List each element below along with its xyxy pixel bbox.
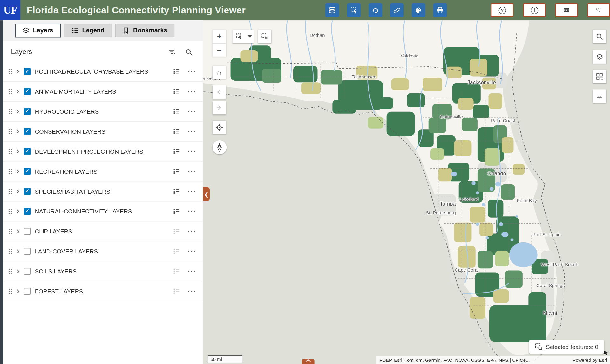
draw-button[interactable] <box>412 3 425 17</box>
previous-extent-button[interactable] <box>213 85 226 99</box>
drag-handle-icon[interactable] <box>9 88 12 94</box>
drag-handle-icon[interactable] <box>9 188 12 194</box>
options-ellipsis-icon[interactable]: ··· <box>188 88 196 95</box>
map-search-button[interactable] <box>593 30 606 43</box>
expand-chevron-icon[interactable] <box>17 69 20 74</box>
expand-chevron-icon[interactable] <box>17 189 20 194</box>
layer-list-button[interactable] <box>593 50 606 64</box>
expand-chevron-icon[interactable] <box>17 249 20 254</box>
expand-chevron-icon[interactable] <box>17 229 20 234</box>
locate-button[interactable] <box>213 121 226 134</box>
layer-label: SPECIES/HABITAT LAYERS <box>35 187 169 195</box>
legend-list-icon[interactable] <box>173 208 180 214</box>
legend-list-icon[interactable] <box>173 128 180 134</box>
options-ellipsis-icon[interactable]: ··· <box>188 228 196 235</box>
drag-handle-icon[interactable] <box>9 108 12 114</box>
drag-handle-icon[interactable] <box>9 128 12 134</box>
search-icon[interactable] <box>186 48 193 55</box>
extent-width-button[interactable]: ↔ <box>593 89 606 103</box>
drag-handle-icon[interactable] <box>9 288 12 294</box>
legend-list-icon[interactable] <box>173 268 180 274</box>
options-ellipsis-icon[interactable]: ··· <box>188 208 196 215</box>
legend-list-icon[interactable] <box>173 108 180 115</box>
layer-label: POLITICAL/REGULATORY/BASE LAYERS <box>35 67 169 76</box>
layer-checkbox[interactable] <box>24 288 30 294</box>
expand-chevron-icon[interactable] <box>17 289 20 294</box>
options-ellipsis-icon[interactable]: ··· <box>188 68 196 75</box>
layer-checkbox[interactable] <box>24 168 30 175</box>
select-tool-button[interactable] <box>347 3 361 17</box>
layer-checkbox[interactable] <box>24 108 30 115</box>
drag-handle-icon[interactable] <box>9 208 12 214</box>
contact-button[interactable]: ✉ <box>555 3 578 17</box>
options-ellipsis-icon[interactable]: ··· <box>188 248 196 255</box>
options-ellipsis-icon[interactable]: ··· <box>188 108 196 115</box>
scale-bar: 50 mi <box>208 355 242 363</box>
legend-list-icon[interactable] <box>173 168 180 174</box>
select-dropdown-button[interactable] <box>246 30 254 43</box>
expand-chevron-icon[interactable] <box>17 209 20 214</box>
home-button[interactable]: ⌂ <box>213 66 226 79</box>
clear-selection-button[interactable] <box>258 30 271 43</box>
legend-list-icon[interactable] <box>173 188 180 194</box>
drag-handle-icon[interactable] <box>9 168 12 174</box>
tab-layers[interactable]: Layers <box>15 24 61 37</box>
sidebar: Layers Legend Bookmarks Layers <box>3 20 203 364</box>
layer-checkbox[interactable] <box>24 268 30 274</box>
legend-list-icon[interactable] <box>173 248 180 254</box>
options-ellipsis-icon[interactable]: ··· <box>188 168 196 175</box>
basemap-gallery-button[interactable] <box>593 70 606 83</box>
help-button[interactable]: ? <box>491 3 514 17</box>
expand-chevron-icon[interactable] <box>17 109 20 114</box>
tab-bookmarks[interactable]: Bookmarks <box>115 24 174 37</box>
about-button[interactable]: i <box>523 3 546 17</box>
layer-checkbox[interactable] <box>24 68 30 75</box>
table-expand-button[interactable] <box>302 359 314 364</box>
expand-chevron-icon[interactable] <box>17 89 20 94</box>
layer-checkbox[interactable] <box>24 188 30 195</box>
layer-checkbox[interactable] <box>24 148 30 155</box>
legend-icon <box>71 27 78 34</box>
zoom-out-button[interactable]: − <box>213 43 226 57</box>
layer-checkbox[interactable] <box>24 88 30 95</box>
expand-chevron-icon[interactable] <box>17 149 20 154</box>
next-extent-button[interactable] <box>213 101 226 114</box>
zoom-in-button[interactable]: + <box>213 30 226 43</box>
measure-button[interactable] <box>390 3 404 17</box>
legend-list-icon[interactable] <box>173 288 180 294</box>
legend-list-icon[interactable] <box>173 228 180 234</box>
tab-legend[interactable]: Legend <box>64 24 112 37</box>
layer-checkbox[interactable] <box>24 228 30 235</box>
layer-label: NATURAL-CONNECTIVITY LAYERS <box>35 207 169 215</box>
options-ellipsis-icon[interactable]: ··· <box>188 128 196 135</box>
layer-checkbox[interactable] <box>24 208 30 215</box>
layer-checkbox[interactable] <box>24 248 30 254</box>
print-button[interactable] <box>433 3 447 17</box>
drag-handle-icon[interactable] <box>9 68 12 74</box>
options-ellipsis-icon[interactable]: ··· <box>188 288 196 295</box>
add-data-button[interactable] <box>325 3 339 17</box>
expand-chevron-icon[interactable] <box>17 269 20 274</box>
legend-list-icon[interactable] <box>173 88 180 95</box>
expand-chevron-icon[interactable] <box>17 169 20 174</box>
options-ellipsis-icon[interactable]: ··· <box>188 188 196 195</box>
processing-button[interactable] <box>369 3 382 17</box>
options-ellipsis-icon[interactable]: ··· <box>188 148 196 155</box>
compass-button[interactable] <box>213 140 227 154</box>
layer-checkbox[interactable] <box>24 128 30 135</box>
selected-features-badge[interactable]: Selected features: 0 <box>529 340 604 354</box>
expand-chevron-icon[interactable] <box>17 129 20 134</box>
map-select-button[interactable] <box>233 30 246 43</box>
legend-list-icon[interactable] <box>173 68 180 75</box>
options-ellipsis-icon[interactable]: ··· <box>188 268 196 275</box>
drag-handle-icon[interactable] <box>9 148 12 154</box>
favorites-button[interactable]: ♡ <box>587 3 610 17</box>
drag-handle-icon[interactable] <box>9 268 12 274</box>
drag-handle-icon[interactable] <box>9 228 12 234</box>
legend-list-icon[interactable] <box>173 148 180 154</box>
filter-icon[interactable] <box>168 48 175 55</box>
map-area[interactable]: DothanValdostaTallahasseePensacolaJackso… <box>203 20 610 364</box>
sidebar-collapse-handle[interactable]: ❮ <box>203 187 210 201</box>
drag-handle-icon[interactable] <box>9 248 12 254</box>
layer-list: POLITICAL/REGULATORY/BASE LAYERS ··· ANI… <box>3 62 203 364</box>
